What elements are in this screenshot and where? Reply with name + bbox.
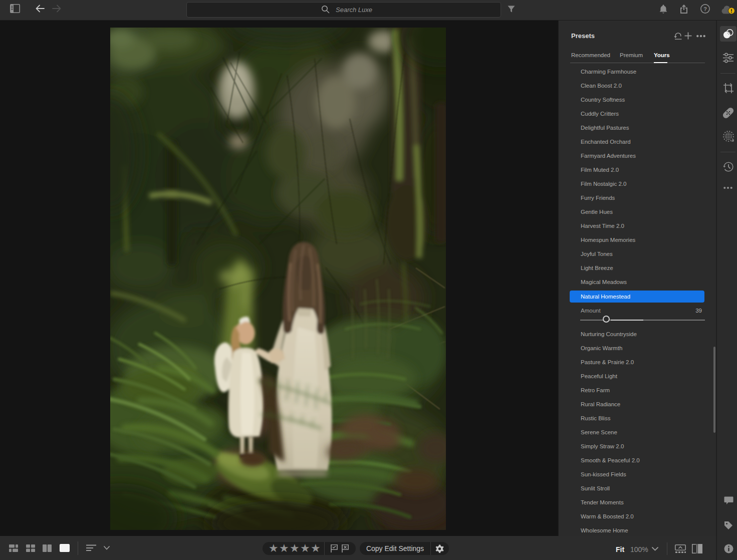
svg-text:?: ? [703, 6, 707, 12]
